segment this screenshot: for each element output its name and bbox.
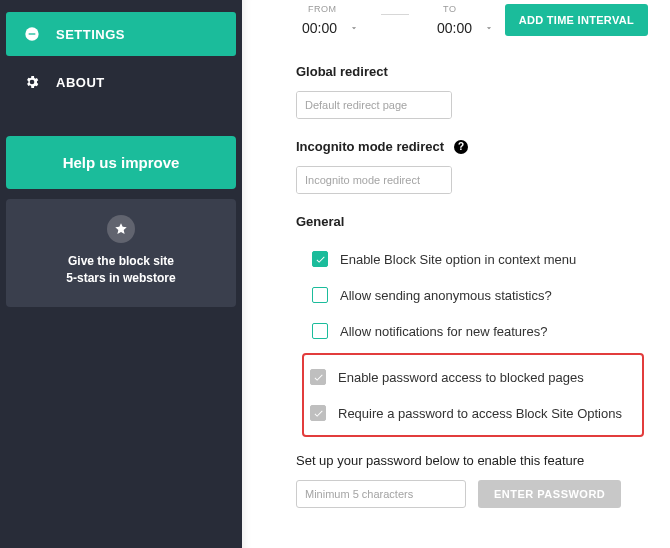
chevron-down-icon	[349, 23, 359, 33]
option-label: Require a password to access Block Site …	[338, 406, 622, 421]
svg-rect-1	[29, 33, 36, 34]
to-label: TO	[443, 4, 494, 14]
checkbox-icon[interactable]	[310, 405, 326, 421]
time-from: FROM 00:00	[296, 4, 359, 38]
section-title-global-redirect: Global redirect	[296, 64, 648, 79]
gear-icon	[24, 74, 40, 90]
checkbox-icon[interactable]	[310, 369, 326, 385]
section-title-general: General	[296, 214, 648, 229]
option-label: Enable Block Site option in context menu	[340, 252, 576, 267]
option-label: Allow sending anonymous statistics?	[340, 288, 552, 303]
nav-label-about: ABOUT	[56, 75, 105, 90]
checkbox-icon[interactable]	[312, 251, 328, 267]
option-context-menu[interactable]: Enable Block Site option in context menu	[312, 241, 648, 277]
option-label: Enable password access to blocked pages	[338, 370, 584, 385]
star-icon	[107, 215, 135, 243]
incognito-title-text: Incognito mode redirect	[296, 139, 444, 154]
to-dropdown[interactable]: 00:00	[431, 18, 494, 38]
from-value: 00:00	[296, 18, 343, 38]
rate-text-line2: 5-stars in webstore	[16, 270, 226, 287]
time-dash	[381, 14, 409, 15]
from-label: FROM	[308, 4, 359, 14]
option-require-password[interactable]: Require a password to access Block Site …	[310, 395, 636, 431]
checkbox-icon[interactable]	[312, 287, 328, 303]
option-password-access[interactable]: Enable password access to blocked pages	[310, 359, 636, 395]
password-input[interactable]	[296, 480, 466, 508]
option-anon-stats[interactable]: Allow sending anonymous statistics?	[312, 277, 648, 313]
global-redirect-field: SET	[296, 91, 452, 119]
incognito-redirect-input[interactable]	[297, 167, 451, 193]
to-value: 00:00	[431, 18, 478, 38]
from-dropdown[interactable]: 00:00	[296, 18, 359, 38]
nav-item-about[interactable]: ABOUT	[6, 60, 236, 104]
add-time-interval-button[interactable]: ADD TIME INTERVAL	[505, 4, 648, 36]
highlighted-options: Enable password access to blocked pages …	[302, 353, 644, 437]
password-row: ENTER PASSWORD	[296, 480, 648, 508]
sidebar: SETTINGS ABOUT Help us improve Give the …	[0, 0, 242, 548]
option-notifications[interactable]: Allow notifications for new features?	[312, 313, 648, 349]
password-prompt: Set up your password below to enable thi…	[296, 453, 648, 468]
option-label: Allow notifications for new features?	[340, 324, 547, 339]
section-title-incognito-redirect: Incognito mode redirect ?	[296, 139, 648, 154]
time-interval-row: FROM 00:00 TO 00:00 ADD TIME INTERVAL	[296, 0, 648, 38]
nav-label-settings: SETTINGS	[56, 27, 125, 42]
global-redirect-input[interactable]	[297, 92, 451, 118]
enter-password-button[interactable]: ENTER PASSWORD	[478, 480, 621, 508]
nav-item-settings[interactable]: SETTINGS	[6, 12, 236, 56]
checkbox-icon[interactable]	[312, 323, 328, 339]
rate-text-line1: Give the block site	[16, 253, 226, 270]
incognito-redirect-set-button[interactable]: SET	[451, 167, 452, 193]
chevron-down-icon	[484, 23, 494, 33]
help-icon[interactable]: ?	[454, 140, 468, 154]
help-us-improve-button[interactable]: Help us improve	[6, 136, 236, 189]
time-to: TO 00:00	[431, 4, 494, 38]
incognito-redirect-field: SET	[296, 166, 452, 194]
global-redirect-set-button[interactable]: SET	[451, 92, 452, 118]
rate-card[interactable]: Give the block site 5-stars in webstore	[6, 199, 236, 307]
main-content: FROM 00:00 TO 00:00 ADD TIME INTERVAL Gl…	[242, 0, 670, 548]
minus-circle-icon	[24, 26, 40, 42]
